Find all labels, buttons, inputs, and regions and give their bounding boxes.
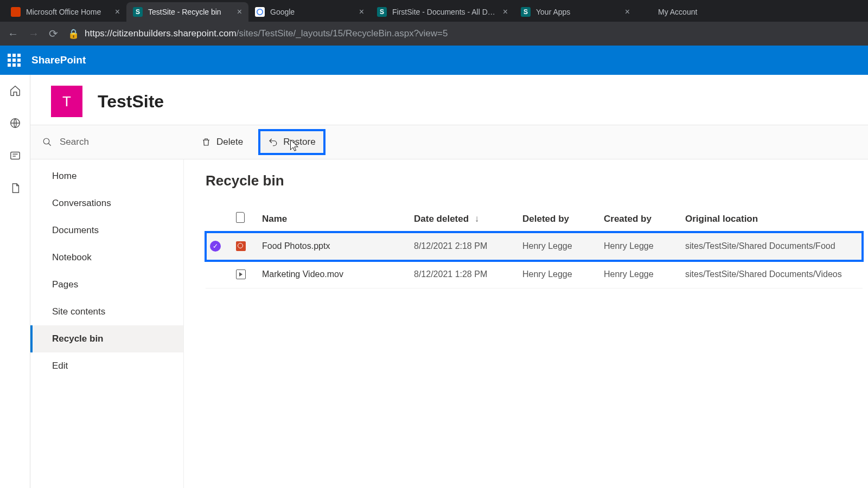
recycle-bin-table: Name Date deleted ↓ Deleted by Created b… bbox=[206, 206, 863, 288]
site-header: T TestSite bbox=[30, 75, 868, 125]
selected-check-icon[interactable]: ✓ bbox=[210, 241, 221, 252]
nav-site-contents[interactable]: Site contents bbox=[30, 298, 183, 325]
cell-name: Marketing Video.mov bbox=[258, 261, 410, 288]
browser-tab-strip: Microsoft Office Home × S TestSite - Rec… bbox=[0, 0, 868, 22]
search-icon bbox=[42, 137, 52, 147]
restore-label: Restore bbox=[283, 137, 316, 147]
tab-title: Google bbox=[270, 8, 354, 16]
cell-deleted-by: Henry Legge bbox=[518, 261, 599, 288]
nav-home[interactable]: Home bbox=[30, 163, 183, 190]
trash-icon bbox=[201, 137, 211, 147]
site-nav: Home Conversations Documents Notebook Pa… bbox=[30, 159, 184, 488]
close-icon[interactable]: × bbox=[237, 7, 242, 17]
cell-original-location: sites/TestSite/Shared Documents/Videos bbox=[681, 261, 863, 288]
browser-tab[interactable]: S FirstSite - Documents - All Docu × bbox=[371, 2, 514, 22]
table-row[interactable]: Marketing Video.mov 8/12/2021 1:28 PM He… bbox=[206, 261, 863, 288]
nav-pages[interactable]: Pages bbox=[30, 271, 183, 298]
browser-tab-active[interactable]: S TestSite - Recycle bin × bbox=[126, 2, 248, 22]
nav-notebook[interactable]: Notebook bbox=[30, 244, 183, 271]
browser-toolbar: ← → ⟳ 🔒 https://citizenbuilders.sharepoi… bbox=[0, 22, 868, 46]
tab-title: TestSite - Recycle bin bbox=[148, 8, 232, 16]
cell-date-deleted: 8/12/2021 2:18 PM bbox=[410, 232, 518, 261]
tab-title: Microsoft Office Home bbox=[26, 8, 110, 16]
document-icon bbox=[236, 212, 245, 223]
svg-point-3 bbox=[43, 138, 49, 144]
powerpoint-icon bbox=[236, 241, 246, 251]
restore-button[interactable]: Restore bbox=[258, 129, 326, 155]
lock-icon: 🔒 bbox=[68, 28, 79, 40]
home-icon[interactable] bbox=[9, 85, 21, 99]
tab-title: FirstSite - Documents - All Docu bbox=[392, 8, 497, 16]
close-icon[interactable]: × bbox=[359, 7, 364, 17]
news-icon[interactable] bbox=[9, 150, 21, 164]
cell-date-deleted: 8/12/2021 1:28 PM bbox=[410, 261, 518, 288]
search-box[interactable]: Search bbox=[30, 125, 184, 159]
col-name[interactable]: Name bbox=[258, 206, 410, 232]
nav-recycle-bin[interactable]: Recycle bin bbox=[30, 325, 183, 352]
col-date-deleted[interactable]: Date deleted ↓ bbox=[410, 206, 518, 232]
back-button[interactable]: ← bbox=[8, 28, 18, 40]
command-bar: Delete Restore bbox=[184, 125, 868, 159]
col-created-by[interactable]: Created by bbox=[599, 206, 681, 232]
sharepoint-icon: S bbox=[133, 7, 143, 17]
close-icon[interactable]: × bbox=[625, 7, 630, 17]
browser-tab[interactable]: S Your Apps × bbox=[514, 2, 636, 22]
suite-header: SharePoint bbox=[0, 46, 868, 75]
nav-edit[interactable]: Edit bbox=[30, 352, 183, 380]
cell-original-location: sites/TestSite/Shared Documents/Food bbox=[681, 232, 863, 261]
search-placeholder: Search bbox=[60, 137, 89, 147]
google-icon bbox=[255, 7, 265, 17]
col-date-deleted-label: Date deleted bbox=[414, 214, 469, 224]
close-icon[interactable]: × bbox=[503, 7, 508, 17]
suite-name[interactable]: SharePoint bbox=[31, 54, 86, 66]
url-host: https://citizenbuilders.sharepoint.com bbox=[85, 28, 237, 38]
cell-deleted-by: Henry Legge bbox=[518, 232, 599, 261]
microsoft-icon bbox=[643, 7, 653, 17]
sharepoint-icon: S bbox=[377, 7, 387, 17]
cell-name: Food Photos.pptx bbox=[258, 232, 410, 261]
site-logo[interactable]: T bbox=[51, 86, 82, 117]
url-path: /sites/TestSite/_layouts/15/RecycleBin.a… bbox=[237, 28, 448, 38]
nav-documents[interactable]: Documents bbox=[30, 217, 183, 244]
browser-tab[interactable]: Microsoft Office Home × bbox=[4, 2, 126, 22]
table-row[interactable]: ✓ Food Photos.pptx 8/12/2021 2:18 PM Hen… bbox=[206, 232, 863, 261]
reload-button[interactable]: ⟳ bbox=[49, 27, 58, 40]
cell-created-by: Henry Legge bbox=[599, 261, 681, 288]
close-icon[interactable]: × bbox=[115, 7, 120, 17]
file-icon[interactable] bbox=[9, 182, 21, 196]
svg-rect-2 bbox=[10, 152, 20, 159]
nav-conversations[interactable]: Conversations bbox=[30, 190, 183, 217]
video-icon bbox=[236, 269, 246, 279]
tab-title: Your Apps bbox=[536, 8, 620, 16]
delete-label: Delete bbox=[216, 137, 243, 147]
svg-point-0 bbox=[257, 9, 263, 15]
col-deleted-by[interactable]: Deleted by bbox=[518, 206, 599, 232]
sharepoint-icon: S bbox=[521, 7, 531, 17]
sort-desc-icon: ↓ bbox=[475, 214, 480, 224]
office-icon bbox=[11, 7, 21, 17]
col-original-location[interactable]: Original location bbox=[681, 206, 863, 232]
command-row: Search Delete Restore bbox=[30, 125, 868, 159]
delete-button[interactable]: Delete bbox=[194, 131, 251, 153]
main-content: Recycle bin Name Date deleted ↓ Deleted … bbox=[184, 159, 868, 488]
undo-icon bbox=[268, 137, 278, 147]
app-rail bbox=[0, 75, 30, 488]
globe-icon[interactable] bbox=[9, 117, 21, 131]
address-bar[interactable]: 🔒 https://citizenbuilders.sharepoint.com… bbox=[68, 28, 860, 40]
page-title: Recycle bin bbox=[206, 172, 863, 189]
app-launcher-icon[interactable] bbox=[8, 54, 21, 67]
cell-created-by: Henry Legge bbox=[599, 232, 681, 261]
browser-tab[interactable]: My Account bbox=[636, 2, 723, 22]
site-title[interactable]: TestSite bbox=[98, 92, 164, 112]
tab-title: My Account bbox=[658, 8, 717, 16]
browser-tab[interactable]: Google × bbox=[248, 2, 371, 22]
forward-button[interactable]: → bbox=[28, 28, 39, 40]
table-header-row: Name Date deleted ↓ Deleted by Created b… bbox=[206, 206, 863, 232]
